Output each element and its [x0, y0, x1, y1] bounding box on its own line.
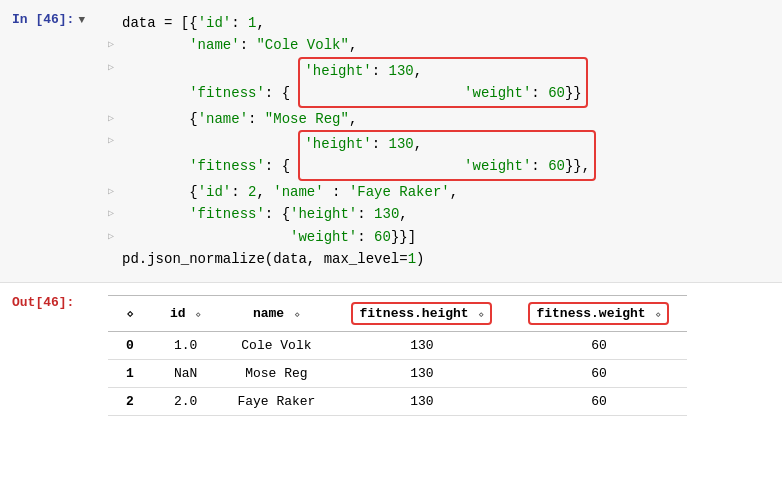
cell-name-2: Faye Raker: [219, 388, 333, 416]
col-header-fitness-weight: fitness.weight ⬦: [510, 296, 687, 332]
cell-name-1: Mose Reg: [219, 360, 333, 388]
table-header-row: ⬦ id ⬦ name ⬦ fitness.height ⬦: [108, 296, 687, 332]
in-label-text: In [46]:: [12, 12, 74, 27]
cell-in-label: In [46]: ▼: [0, 10, 100, 272]
code-line-11: pd.json_normalize(data, max_level=1): [108, 248, 774, 270]
col-highlight-fitness-weight: fitness.weight ⬦: [528, 302, 669, 325]
cell-fh-0: 130: [333, 332, 510, 360]
code-text-5: {'name': "Mose Reg",: [122, 108, 357, 130]
cell-fw-2: 60: [510, 388, 687, 416]
output-table-area: ⬦ id ⬦ name ⬦ fitness.height ⬦: [100, 293, 782, 418]
code-line-10: ▷ 'weight': 60}}]: [108, 226, 774, 248]
code-line-6: ▷ 'fitness': { 'height': 130, 'weight': …: [108, 130, 774, 181]
code-line-1: data = [{'id': 1,: [108, 12, 774, 34]
output-cell: Out[46]: ⬦ id ⬦ name ⬦: [0, 283, 782, 428]
code-text-10: 'weight': 60}}]: [122, 226, 416, 248]
row-index-1: 1: [108, 360, 152, 388]
col-header-fitness-height: fitness.height ⬦: [333, 296, 510, 332]
code-text-6: 'fitness': { 'height': 130, 'weight': 60…: [122, 130, 596, 181]
code-line-2: ▷ 'name': "Cole Volk",: [108, 34, 774, 56]
code-area: data = [{'id': 1, ▷ 'name': "Cole Volk",…: [100, 10, 782, 272]
code-text-8: {'id': 2, 'name' : 'Faye Raker',: [122, 181, 458, 203]
cell-fw-1: 60: [510, 360, 687, 388]
highlight-box-1: 'height': 130, 'weight': 60}}: [298, 57, 587, 108]
collapse-arrow[interactable]: ▼: [78, 14, 85, 26]
code-text-3: 'fitness': { 'height': 130, 'weight': 60…: [122, 57, 588, 108]
cell-id-0: 1.0: [152, 332, 219, 360]
notebook: In [46]: ▼ data = [{'id': 1, ▷ 'name': "…: [0, 0, 782, 428]
highlight-box-2: 'height': 130, 'weight': 60}},: [298, 130, 596, 181]
col-header-name: name ⬦: [219, 296, 333, 332]
col-header-empty: ⬦: [108, 296, 152, 332]
code-line-5: ▷ {'name': "Mose Reg",: [108, 108, 774, 130]
code-line-3: ▷ 'fitness': { 'height': 130, 'weight': …: [108, 57, 774, 108]
row-index-0: 0: [108, 332, 152, 360]
table-row: 2 2.0 Faye Raker 130 60: [108, 388, 687, 416]
col-header-id: id ⬦: [152, 296, 219, 332]
cell-name-0: Cole Volk: [219, 332, 333, 360]
code-text-9: 'fitness': {'height': 130,: [122, 203, 408, 225]
code-line-8: ▷ {'id': 2, 'name' : 'Faye Raker',: [108, 181, 774, 203]
cell-id-1: NaN: [152, 360, 219, 388]
cell-fh-2: 130: [333, 388, 510, 416]
indent-5: ▷: [108, 111, 118, 127]
indent-10: ▷: [108, 229, 118, 245]
dataframe-table: ⬦ id ⬦ name ⬦ fitness.height ⬦: [108, 295, 687, 416]
indent-8: ▷: [108, 184, 118, 200]
out-label-text: Out[46]:: [12, 295, 74, 310]
indent-6: ▷: [108, 133, 118, 149]
indent-3: ▷: [108, 60, 118, 76]
row-index-2: 2: [108, 388, 152, 416]
indent-2: ▷: [108, 37, 118, 53]
code-text-2: 'name': "Cole Volk",: [122, 34, 357, 56]
cell-id-2: 2.0: [152, 388, 219, 416]
cell-fw-0: 60: [510, 332, 687, 360]
col-highlight-fitness-height: fitness.height ⬦: [351, 302, 492, 325]
cell-out-label: Out[46]:: [0, 293, 100, 418]
table-row: 0 1.0 Cole Volk 130 60: [108, 332, 687, 360]
input-cell: In [46]: ▼ data = [{'id': 1, ▷ 'name': "…: [0, 0, 782, 283]
table-row: 1 NaN Mose Reg 130 60: [108, 360, 687, 388]
cell-fh-1: 130: [333, 360, 510, 388]
code-text-11: pd.json_normalize(data, max_level=1): [122, 248, 424, 270]
indent-9: ▷: [108, 206, 118, 222]
code-text-1: data = [{'id': 1,: [122, 12, 265, 34]
code-line-9: ▷ 'fitness': {'height': 130,: [108, 203, 774, 225]
